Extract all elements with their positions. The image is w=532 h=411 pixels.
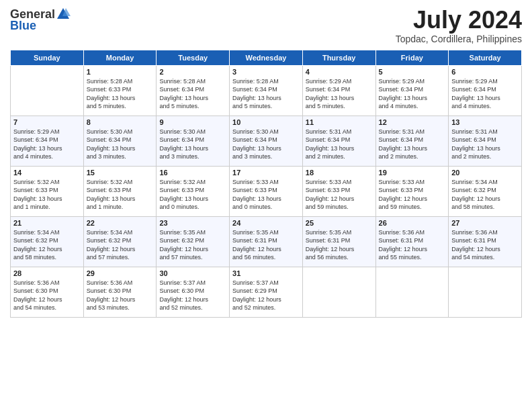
sunrise-text: Sunrise: 5:35 AM (159, 228, 226, 237)
sunrise-text: Sunrise: 5:36 AM (451, 228, 519, 237)
sunrise-text: Sunrise: 5:28 AM (159, 77, 226, 86)
sunrise-text: Sunrise: 5:30 AM (87, 128, 154, 136)
calendar-week-row: 28Sunrise: 5:36 AMSunset: 6:30 PMDayligh… (11, 267, 522, 317)
sunrise-text: Sunrise: 5:33 AM (232, 178, 300, 187)
logo-icon (56, 7, 71, 21)
day-number: 9 (159, 118, 226, 126)
sunset-text: Sunset: 6:34 PM (379, 136, 446, 144)
daylight-text: Daylight: 13 hoursand 5 minutes. (159, 94, 226, 111)
day-number: 16 (159, 169, 226, 177)
sunrise-text: Sunrise: 5:34 AM (13, 228, 81, 237)
day-info: Sunrise: 5:36 AMSunset: 6:31 PMDaylight:… (451, 228, 519, 262)
calendar-cell: 8Sunrise: 5:30 AMSunset: 6:34 PMDaylight… (83, 116, 157, 166)
calendar-cell: 10Sunrise: 5:30 AMSunset: 6:34 PMDayligh… (230, 116, 303, 166)
weekday-header-sunday: Sunday (11, 50, 84, 65)
sunset-text: Sunset: 6:29 PM (232, 287, 300, 295)
sunrise-text: Sunrise: 5:32 AM (159, 178, 226, 187)
daylight-text: Daylight: 13 hoursand 1 minute. (13, 195, 81, 212)
daylight-text: Daylight: 12 hoursand 52 minutes. (159, 295, 226, 312)
weekday-header-wednesday: Wednesday (230, 50, 303, 65)
daylight-text: Daylight: 13 hoursand 5 minutes. (87, 94, 154, 111)
daylight-text: Daylight: 12 hoursand 57 minutes. (87, 245, 154, 262)
sunset-text: Sunset: 6:32 PM (87, 236, 154, 245)
daylight-text: Daylight: 13 hoursand 3 minutes. (159, 144, 226, 161)
sunset-text: Sunset: 6:33 PM (87, 85, 154, 94)
day-info: Sunrise: 5:28 AMSunset: 6:34 PMDaylight:… (159, 77, 226, 111)
calendar-cell: 18Sunrise: 5:33 AMSunset: 6:33 PMDayligh… (302, 166, 375, 216)
day-number: 21 (13, 219, 81, 227)
day-info: Sunrise: 5:29 AMSunset: 6:34 PMDaylight:… (13, 128, 81, 161)
calendar-cell (375, 267, 449, 317)
day-number: 31 (232, 269, 300, 277)
day-number: 29 (87, 269, 154, 277)
sunset-text: Sunset: 6:30 PM (13, 287, 81, 295)
sunset-text: Sunset: 6:33 PM (159, 186, 226, 195)
day-info: Sunrise: 5:31 AMSunset: 6:34 PMDaylight:… (306, 128, 373, 161)
day-number: 15 (87, 169, 154, 177)
sunrise-text: Sunrise: 5:33 AM (379, 178, 446, 187)
day-number: 26 (379, 219, 446, 227)
day-number: 4 (306, 68, 373, 76)
calendar-table: SundayMondayTuesdayWednesdayThursdayFrid… (10, 50, 522, 318)
sunrise-text: Sunrise: 5:29 AM (379, 77, 446, 86)
logo-blue: Blue (10, 19, 36, 33)
daylight-text: Daylight: 13 hoursand 3 minutes. (232, 144, 300, 161)
day-number: 1 (87, 68, 154, 76)
sunrise-text: Sunrise: 5:29 AM (306, 77, 373, 86)
day-info: Sunrise: 5:34 AMSunset: 6:32 PMDaylight:… (87, 228, 154, 262)
day-info: Sunrise: 5:35 AMSunset: 6:32 PMDaylight:… (159, 228, 226, 262)
sunset-text: Sunset: 6:34 PM (13, 136, 81, 144)
calendar-cell: 30Sunrise: 5:37 AMSunset: 6:30 PMDayligh… (157, 267, 230, 317)
sunrise-text: Sunrise: 5:30 AM (232, 128, 300, 136)
calendar-cell: 4Sunrise: 5:29 AMSunset: 6:34 PMDaylight… (302, 65, 375, 116)
calendar-cell: 1Sunrise: 5:28 AMSunset: 6:33 PMDaylight… (83, 65, 157, 116)
day-number: 3 (232, 68, 300, 76)
sunset-text: Sunset: 6:34 PM (306, 136, 373, 144)
calendar-cell: 19Sunrise: 5:33 AMSunset: 6:33 PMDayligh… (375, 166, 449, 216)
day-info: Sunrise: 5:33 AMSunset: 6:33 PMDaylight:… (379, 178, 446, 212)
day-number: 25 (306, 219, 373, 227)
calendar-cell: 3Sunrise: 5:28 AMSunset: 6:34 PMDaylight… (230, 65, 303, 116)
day-info: Sunrise: 5:37 AMSunset: 6:29 PMDaylight:… (232, 279, 300, 312)
calendar-cell: 6Sunrise: 5:29 AMSunset: 6:34 PMDaylight… (449, 65, 522, 116)
day-number: 11 (306, 118, 373, 126)
weekday-header-monday: Monday (83, 50, 157, 65)
day-info: Sunrise: 5:29 AMSunset: 6:34 PMDaylight:… (451, 77, 519, 111)
sunset-text: Sunset: 6:34 PM (87, 136, 154, 144)
sunrise-text: Sunrise: 5:36 AM (87, 279, 154, 287)
sunrise-text: Sunrise: 5:29 AM (13, 128, 81, 136)
sunrise-text: Sunrise: 5:28 AM (87, 77, 154, 86)
day-info: Sunrise: 5:33 AMSunset: 6:33 PMDaylight:… (306, 178, 373, 212)
day-info: Sunrise: 5:29 AMSunset: 6:34 PMDaylight:… (306, 77, 373, 111)
sunrise-text: Sunrise: 5:29 AM (451, 77, 519, 86)
calendar-cell: 20Sunrise: 5:34 AMSunset: 6:32 PMDayligh… (449, 166, 522, 216)
daylight-text: Daylight: 13 hoursand 2 minutes. (379, 144, 446, 161)
sunset-text: Sunset: 6:31 PM (306, 236, 373, 245)
day-info: Sunrise: 5:34 AMSunset: 6:32 PMDaylight:… (451, 178, 519, 212)
main-container: General Blue July 2024 Topdac, Cordiller… (0, 0, 532, 324)
sunrise-text: Sunrise: 5:31 AM (451, 128, 519, 136)
calendar-cell: 12Sunrise: 5:31 AMSunset: 6:34 PMDayligh… (375, 116, 449, 166)
calendar-cell: 14Sunrise: 5:32 AMSunset: 6:33 PMDayligh… (11, 166, 84, 216)
calendar-cell: 15Sunrise: 5:32 AMSunset: 6:33 PMDayligh… (83, 166, 157, 216)
calendar-cell: 21Sunrise: 5:34 AMSunset: 6:32 PMDayligh… (11, 216, 84, 267)
weekday-header-thursday: Thursday (302, 50, 375, 65)
day-info: Sunrise: 5:31 AMSunset: 6:34 PMDaylight:… (379, 128, 446, 161)
calendar-cell: 29Sunrise: 5:36 AMSunset: 6:30 PMDayligh… (83, 267, 157, 317)
weekday-header-saturday: Saturday (449, 50, 522, 65)
calendar-cell: 11Sunrise: 5:31 AMSunset: 6:34 PMDayligh… (302, 116, 375, 166)
day-info: Sunrise: 5:35 AMSunset: 6:31 PMDaylight:… (306, 228, 373, 262)
calendar-week-row: 7Sunrise: 5:29 AMSunset: 6:34 PMDaylight… (11, 116, 522, 166)
sunset-text: Sunset: 6:33 PM (306, 186, 373, 195)
calendar-cell: 2Sunrise: 5:28 AMSunset: 6:34 PMDaylight… (157, 65, 230, 116)
sunset-text: Sunset: 6:34 PM (451, 85, 519, 94)
header: General Blue July 2024 Topdac, Cordiller… (10, 7, 522, 44)
daylight-text: Daylight: 12 hoursand 53 minutes. (87, 295, 154, 312)
calendar-cell: 17Sunrise: 5:33 AMSunset: 6:33 PMDayligh… (230, 166, 303, 216)
calendar-cell: 5Sunrise: 5:29 AMSunset: 6:34 PMDaylight… (375, 65, 449, 116)
sunrise-text: Sunrise: 5:34 AM (87, 228, 154, 237)
daylight-text: Daylight: 13 hoursand 2 minutes. (306, 144, 373, 161)
day-info: Sunrise: 5:32 AMSunset: 6:33 PMDaylight:… (87, 178, 154, 212)
sunrise-text: Sunrise: 5:36 AM (379, 228, 446, 237)
day-info: Sunrise: 5:33 AMSunset: 6:33 PMDaylight:… (232, 178, 300, 212)
